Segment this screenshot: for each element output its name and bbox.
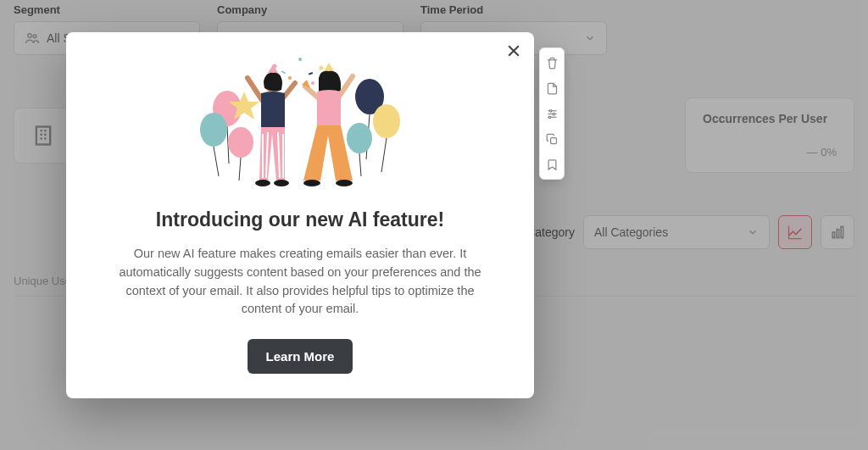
svg-rect-41: [281, 70, 286, 74]
svg-point-27: [228, 127, 253, 158]
svg-point-37: [298, 58, 302, 61]
celebration-illustration: [190, 49, 410, 202]
copy-button[interactable]: [544, 81, 559, 96]
svg-marker-53: [324, 63, 334, 71]
svg-line-28: [239, 158, 241, 181]
close-button[interactable]: [505, 42, 522, 59]
svg-point-58: [303, 180, 320, 186]
duplicate-button[interactable]: [544, 131, 559, 147]
svg-point-63: [553, 113, 555, 115]
svg-point-51: [255, 180, 270, 186]
bookmark-icon: [546, 158, 559, 171]
svg-point-61: [549, 109, 552, 112]
learn-more-button[interactable]: Learn More: [248, 339, 353, 374]
svg-line-33: [381, 138, 387, 172]
svg-line-56: [305, 86, 319, 98]
floating-toolbar: [539, 47, 565, 180]
delete-button[interactable]: [544, 55, 559, 70]
sliders-icon: [546, 108, 559, 120]
copy-icon: [546, 133, 559, 146]
svg-rect-42: [309, 72, 313, 75]
svg-point-34: [347, 123, 372, 153]
modal-body: Our new AI feature makes creating emails…: [108, 245, 492, 319]
close-icon: [505, 42, 522, 59]
svg-point-39: [288, 76, 292, 80]
svg-point-59: [336, 180, 353, 186]
svg-point-32: [373, 104, 400, 138]
modal-title: Introducing our new AI feature!: [156, 208, 444, 231]
svg-point-65: [548, 116, 551, 119]
trash-icon: [546, 57, 559, 69]
svg-point-52: [274, 180, 289, 186]
svg-point-25: [200, 113, 227, 147]
bookmark-button[interactable]: [544, 157, 559, 172]
svg-line-35: [359, 153, 361, 176]
svg-rect-66: [550, 137, 556, 143]
settings-button[interactable]: [544, 106, 559, 121]
document-icon: [546, 82, 559, 95]
svg-line-26: [214, 147, 219, 176]
svg-line-45: [248, 78, 262, 100]
ai-feature-modal: Introducing our new AI feature! Our new …: [66, 32, 534, 398]
svg-point-40: [311, 81, 314, 85]
svg-line-55: [339, 76, 353, 97]
svg-point-38: [320, 66, 324, 70]
